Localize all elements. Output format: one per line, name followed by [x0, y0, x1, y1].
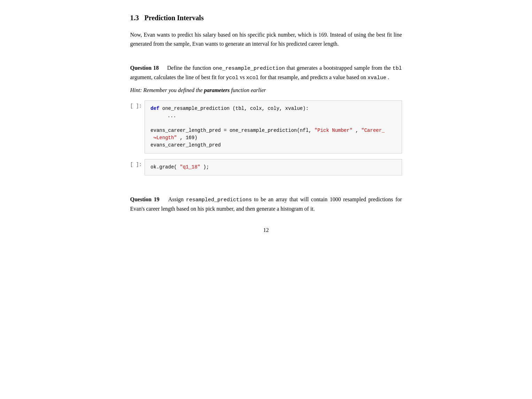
q18-text-before: Define the function — [167, 65, 211, 71]
hint-text: Hint: Remember you defined the parameter… — [130, 86, 402, 95]
cell-18b-label: [ ]: — [130, 159, 142, 167]
code-line-5: evans_career_length_pred — [151, 142, 396, 149]
page-container: 1.3 Prediction Intervals Now, Evan wants… — [109, 0, 423, 254]
question-18-text: Question 18 Define the function one_resa… — [130, 63, 402, 82]
str-career-length-cont: ↪Length" — [151, 135, 177, 141]
q18-arg-tbl: tbl — [393, 66, 402, 71]
fn-one-resample: one_resample_prediction — [162, 106, 230, 111]
intro-paragraph: Now, Evan wants to predict his salary ba… — [130, 30, 402, 48]
grade-line: ok.grade( "q1_18" ); — [151, 164, 396, 171]
q18-arg-ycol: ycol — [226, 75, 238, 81]
hint-prefix: Hint: — [130, 87, 144, 93]
q18-text-middle: that generates a bootstrapped sample fro… — [287, 65, 393, 71]
str-q1-18: "q1_18" — [180, 164, 200, 170]
hint-bold-word: parameters — [204, 87, 230, 93]
question-18-block: Question 18 Define the function one_resa… — [130, 63, 402, 175]
q18-function-name: one_resample_prediction — [213, 66, 285, 71]
code-cell-18b: [ ]: ok.grade( "q1_18" ); — [130, 159, 402, 175]
code-line-4b: ↪Length" , 169) — [151, 134, 396, 142]
q18-vs: vs — [240, 74, 246, 80]
code-line-4: evans_career_length_pred = one_resample_… — [151, 127, 396, 134]
str-pick-number: "Pick Number" — [315, 128, 353, 133]
question-18-label: Question 18 — [130, 65, 159, 71]
code-line-2: ... — [151, 112, 396, 120]
page-number: 12 — [130, 227, 402, 233]
hint-suffix: function earlier — [231, 87, 266, 93]
q18-arg-xvalue: xvalue — [368, 75, 386, 81]
q18-arg-xcol: xcol — [246, 75, 259, 81]
hint-body: Remember you defined the — [143, 87, 204, 93]
q18-text-end: for that resample, and predicts a value … — [260, 74, 367, 80]
question-19-block: Question 19 Assign resampled_predictions… — [130, 195, 402, 213]
q19-text: Assign — [162, 196, 186, 202]
code-line-3 — [151, 120, 396, 127]
q19-function-name: resampled_predictions — [186, 197, 252, 203]
question-19-text: Question 19 Assign resampled_predictions… — [130, 195, 402, 213]
section-title: Prediction Intervals — [145, 14, 204, 22]
q18-text-middle2: argument, calculates the line of best fi… — [130, 74, 226, 80]
cell-18-label: [ ]: — [130, 100, 142, 109]
q18-period: . — [388, 74, 389, 80]
kw-def: def — [151, 106, 159, 111]
section-heading: 1.3 Prediction Intervals — [130, 14, 402, 22]
code-cell-18: [ ]: def one_resample_prediction (tbl, c… — [130, 100, 402, 153]
code-box-18b[interactable]: ok.grade( "q1_18" ); — [145, 159, 402, 175]
section-number: 1.3 — [130, 14, 139, 22]
question-19-label: Question 19 — [130, 196, 160, 202]
str-career-length: "Career_ — [361, 128, 385, 133]
code-line-1: def one_resample_prediction (tbl, colx, … — [151, 105, 396, 112]
code-box-18[interactable]: def one_resample_prediction (tbl, colx, … — [145, 100, 402, 153]
